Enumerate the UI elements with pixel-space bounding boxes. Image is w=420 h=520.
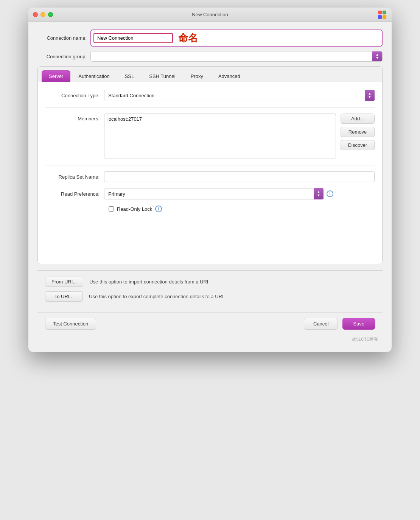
replica-set-name-row: Replica Set Name: — [45, 171, 375, 182]
read-only-lock-checkbox[interactable] — [109, 206, 114, 212]
divider-2 — [45, 165, 375, 165]
connection-type-select-wrapper[interactable]: Standard Connection ▲ ▼ — [104, 90, 375, 101]
icon-cell-4 — [383, 15, 386, 19]
content-area: Connection name: 命名 Connection group: ▲ … — [28, 22, 392, 352]
from-uri-desc: Use this option to import connection det… — [89, 279, 208, 285]
read-preference-row: Read Preference: Primary ▲ ▼ i — [45, 188, 375, 199]
connection-group-row: Connection group: ▲ ▼ — [37, 51, 383, 62]
titlebar-buttons — [33, 12, 53, 17]
connection-type-label: Connection Type: — [45, 93, 104, 98]
tab-ssl[interactable]: SSL — [118, 70, 142, 82]
connection-group-label: Connection group: — [37, 54, 90, 59]
maximize-button[interactable] — [48, 12, 53, 17]
save-button[interactable]: Save — [342, 318, 375, 330]
members-buttons: Add... Remove Discover — [341, 114, 375, 150]
titlebar: New Connection — [28, 8, 392, 22]
read-preference-select-wrapper[interactable]: Primary ▲ ▼ — [104, 188, 324, 199]
connection-type-value: Standard Connection — [104, 90, 375, 101]
tab-advanced[interactable]: Advanced — [211, 70, 247, 82]
footer-right-buttons: Cancel Save — [304, 318, 375, 330]
read-only-lock-row: Read-Only Lock i — [109, 206, 375, 212]
read-preference-label: Read Preference: — [45, 191, 104, 197]
tab-proxy[interactable]: Proxy — [184, 70, 210, 82]
add-button[interactable]: Add... — [341, 114, 375, 124]
icon-cell-2 — [383, 11, 386, 14]
members-label: Members: — [45, 114, 104, 121]
app-icon — [378, 11, 386, 19]
connection-type-row: Connection Type: Standard Connection ▲ ▼ — [45, 90, 375, 101]
connection-group-select-wrapper[interactable]: ▲ ▼ — [90, 51, 383, 62]
from-uri-row: From URI... Use this option to import co… — [45, 277, 375, 287]
connection-name-annotation: 命名 — [178, 31, 198, 45]
close-button[interactable] — [33, 12, 38, 17]
main-window: New Connection Connection name: 命名 Conne… — [28, 8, 392, 352]
connection-name-outer-wrapper: 命名 — [90, 30, 383, 47]
empty-space — [45, 218, 375, 256]
to-uri-row: To URI... Use this option to export comp… — [45, 291, 375, 302]
tab-authentication[interactable]: Authentication — [71, 70, 117, 82]
group-select-arrow-icon: ▲ ▼ — [372, 51, 382, 61]
read-preference-info-icon[interactable]: i — [327, 190, 333, 197]
members-list-item: localhost:27017 — [107, 116, 142, 122]
watermark: @51CTO博客 — [37, 335, 383, 344]
replica-set-name-input[interactable] — [104, 171, 375, 182]
remove-button[interactable]: Remove — [341, 127, 375, 137]
members-list[interactable]: localhost:27017 — [104, 114, 336, 159]
read-only-lock-info-icon[interactable]: i — [155, 206, 162, 212]
discover-button[interactable]: Discover — [341, 140, 375, 150]
read-only-lock-label: Read-Only Lock — [117, 206, 152, 212]
icon-cell-1 — [378, 11, 382, 14]
members-section: Members: localhost:27017 Add... Remove D… — [45, 114, 375, 159]
connection-name-row: Connection name: 命名 — [37, 30, 383, 47]
test-connection-button[interactable]: Test Connection — [45, 318, 96, 330]
tabs-header: Server Authentication SSL SSH Tunnel Pro… — [38, 67, 382, 82]
icon-cell-3 — [378, 15, 382, 19]
footer: Test Connection Cancel Save — [37, 312, 383, 335]
read-preference-value: Primary — [104, 188, 324, 199]
tab-ssh-tunnel[interactable]: SSH Tunnel — [142, 70, 182, 82]
cancel-button[interactable]: Cancel — [304, 318, 338, 330]
divider-1 — [45, 107, 375, 107]
minimize-button[interactable] — [40, 12, 45, 17]
tab-server[interactable]: Server — [42, 70, 70, 82]
to-uri-button[interactable]: To URI... — [45, 291, 83, 302]
replica-set-name-label: Replica Set Name: — [45, 174, 104, 180]
bottom-actions: From URI... Use this option to import co… — [37, 270, 383, 312]
from-uri-button[interactable]: From URI... — [45, 277, 83, 287]
to-uri-desc: Use this option to export complete conne… — [89, 294, 224, 299]
tabs-body: Connection Type: Standard Connection ▲ ▼… — [38, 82, 382, 264]
tabs-container: Server Authentication SSL SSH Tunnel Pro… — [37, 66, 383, 264]
connection-name-label: Connection name: — [37, 35, 90, 41]
connection-name-input[interactable] — [93, 33, 173, 43]
window-title: New Connection — [192, 12, 228, 17]
